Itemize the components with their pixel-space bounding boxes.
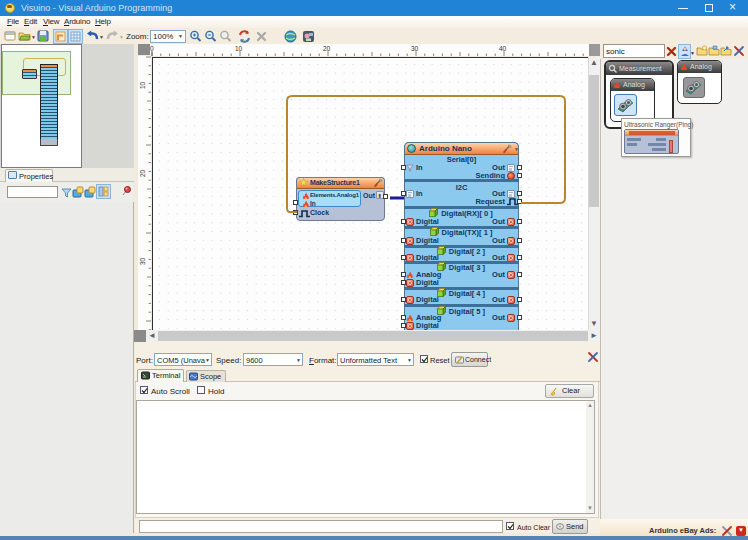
svg-text:10: 10 [235, 45, 243, 52]
svg-text:10: 10 [139, 81, 146, 89]
svg-text:40: 40 [499, 45, 507, 52]
svg-text:20: 20 [323, 45, 331, 52]
svg-text:30: 30 [139, 257, 146, 265]
svg-text:30: 30 [411, 45, 419, 52]
svg-text:0: 0 [150, 45, 154, 52]
svg-text:20: 20 [139, 169, 146, 177]
